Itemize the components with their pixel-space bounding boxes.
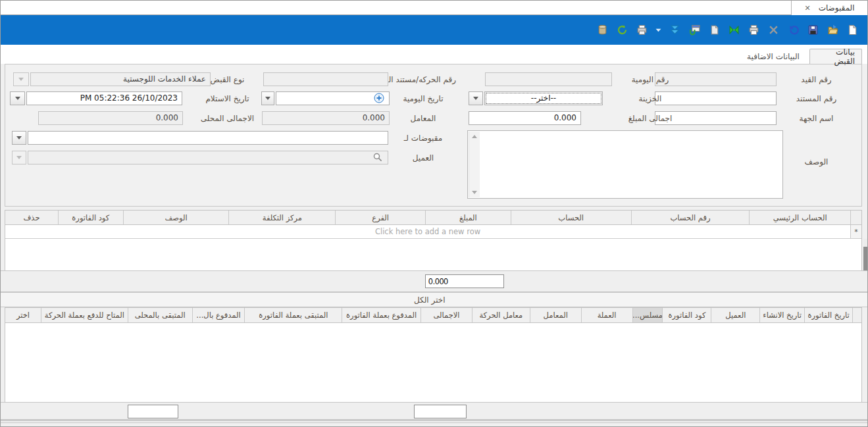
invoices-grid: تاريخ الفاتورة تاريخ الانشاء العميل كود …: [5, 307, 862, 402]
search-icon[interactable]: [372, 152, 383, 163]
col-select[interactable]: اختر: [5, 308, 41, 322]
journal-date-add-icon[interactable]: [374, 93, 384, 103]
merge-icon[interactable]: [728, 24, 740, 36]
invoices-grid-body: [5, 323, 861, 402]
col-invoice-code[interactable]: كود الفاتورة: [58, 211, 123, 224]
bottom-strip: [1, 402, 867, 420]
col-account-no[interactable]: رقم الحساب: [631, 211, 750, 224]
col-invoice-code[interactable]: كود الفاتورة: [662, 308, 711, 322]
journal-date-field[interactable]: [276, 91, 390, 105]
col-customer[interactable]: العميل: [711, 308, 759, 322]
invoices-grid-header: تاريخ الفاتورة تاريخ الانشاء العميل كود …: [5, 308, 861, 323]
col-factor[interactable]: المعامل: [530, 308, 581, 322]
local-total-field: 0.000: [38, 111, 183, 125]
receipts-for-field[interactable]: [28, 131, 388, 145]
tab-receipt-data[interactable]: بيانات القبض: [809, 49, 862, 64]
receive-date-field[interactable]: PM 05:22:36 26/10/2023: [26, 91, 182, 105]
col-paid-invoice-currency[interactable]: المدفوع بعملة الفاتورة: [342, 308, 421, 322]
treasury-combobox[interactable]: --اختر--: [484, 91, 603, 105]
customer-field: [28, 151, 388, 164]
total-amount-label: اجمالى المبلغ: [621, 113, 680, 124]
customer-label: العميل: [390, 153, 456, 163]
tab-additional-data[interactable]: البيانات الاضافية: [737, 49, 809, 64]
chevron-down-icon: [473, 97, 478, 100]
select-all-label: اختر الكل: [414, 295, 446, 305]
trans-no-label: رقم الحركه/مستند القيد: [390, 74, 456, 85]
add-new-row[interactable]: * Click here to add a new row: [5, 225, 861, 239]
factor-field: 0.000: [262, 111, 390, 125]
trans-no-field: [263, 72, 388, 86]
col-remaining-local[interactable]: المتبقى بالمحلى: [128, 308, 192, 322]
attachment-note-icon[interactable]: [708, 24, 721, 36]
local-total-label: الاجمالى المحلى: [193, 113, 262, 124]
entity-name-label: اسم الجهة: [775, 113, 857, 124]
journal-date-label: تاريخ اليومية: [390, 93, 456, 104]
entry-no-label: رقم القيد: [775, 74, 857, 85]
close-icon[interactable]: ✕: [804, 4, 810, 13]
middle-strip: [1, 270, 867, 292]
col-amount[interactable]: المبلغ: [425, 211, 511, 224]
receipts-for-dropdown-button[interactable]: [12, 131, 26, 145]
col-available-payment[interactable]: المتاح للدفع بعملة الحركة: [41, 308, 128, 322]
doc-no-label: رقم المستند: [775, 93, 857, 104]
print-icon[interactable]: [748, 24, 760, 36]
bottom-total-input-right[interactable]: [414, 405, 467, 418]
col-serial[interactable]: مسلس...: [632, 308, 663, 322]
description-label: الوصف: [775, 157, 857, 167]
refresh-icon[interactable]: [616, 24, 628, 36]
delete-x-icon[interactable]: [767, 24, 780, 36]
print-batch-icon[interactable]: [636, 24, 648, 36]
journal-no-label: رقم اليومية: [621, 74, 680, 85]
bottom-total-input-left[interactable]: [128, 405, 178, 418]
col-creation-date[interactable]: تاريخ الانشاء: [759, 308, 804, 322]
print-options-caret-icon[interactable]: [655, 24, 661, 36]
scroll-down-icon[interactable]: [472, 191, 477, 194]
chevron-down-icon: [18, 78, 24, 81]
description-textarea[interactable]: [467, 130, 783, 199]
treasury-dropdown-button[interactable]: [469, 91, 483, 105]
document-tabbar: المقبوضات ✕: [1, 1, 867, 15]
journal-date-dropdown-button[interactable]: [261, 91, 274, 105]
tab-receipt-data-label: بيانات القبض: [817, 47, 855, 66]
col-currency[interactable]: العملة: [581, 308, 632, 322]
document-tab-title: المقبوضات: [819, 3, 855, 13]
receive-date-label: تاريخ الاستلام: [193, 93, 262, 104]
chevron-down-icon: [16, 136, 22, 139]
col-account[interactable]: الحساب: [511, 211, 631, 224]
row-indicator-header: [850, 211, 861, 224]
mail-export-icon[interactable]: [688, 24, 701, 36]
select-all-bar[interactable]: اختر الكل: [1, 292, 867, 307]
main-toolbar: [1, 15, 867, 45]
tab-receipts-document[interactable]: المقبوضات ✕: [791, 1, 867, 15]
details-grid: الحساب الرئيسي رقم الحساب الحساب المبلغ …: [5, 210, 862, 270]
col-paid-local[interactable]: المدفوع بال...: [192, 308, 245, 322]
receipts-window: المقبوضات ✕: [0, 0, 868, 427]
col-delete[interactable]: حذف: [5, 211, 58, 224]
receipt-form-panel: رقم القيد رقم المستند اسم الجهة الوصف رق…: [5, 64, 862, 207]
receive-date-dropdown-button[interactable]: [10, 91, 25, 105]
col-remaining-invoice-currency[interactable]: المتبقى بعملة الفاتورة: [244, 308, 342, 322]
save-icon[interactable]: [807, 24, 819, 36]
chevron-down-icon: [16, 156, 22, 159]
bottom-divider: [1, 420, 867, 421]
new-document-icon[interactable]: [846, 24, 859, 36]
import-down-icon[interactable]: [669, 24, 681, 36]
undo-icon[interactable]: [787, 24, 800, 36]
database-icon[interactable]: [596, 24, 609, 36]
col-main-account[interactable]: الحساب الرئيسي: [749, 211, 850, 224]
col-invoice-date[interactable]: تاريخ الفاتورة: [804, 308, 852, 322]
receipt-type-combobox: عملاء الخدمات اللوجستية: [30, 72, 211, 86]
description-scrollbar[interactable]: [469, 132, 480, 197]
middle-amount-input[interactable]: [425, 274, 504, 288]
save-as-icon[interactable]: [827, 24, 839, 36]
form-tabstrip: بيانات القبض البيانات الاضافية: [1, 45, 867, 64]
col-total[interactable]: الاجمالى: [421, 308, 472, 322]
col-description[interactable]: الوصف: [123, 211, 229, 224]
journal-no-field: [485, 72, 612, 86]
col-cost-center[interactable]: مركز التكلفة: [228, 211, 335, 224]
scroll-up-icon[interactable]: [472, 135, 477, 138]
col-trans-factor[interactable]: معامل الحركة: [472, 308, 530, 322]
add-new-row-text: Click here to add a new row: [5, 225, 850, 238]
total-amount-field[interactable]: 0.000: [469, 111, 581, 125]
col-branch[interactable]: الفرع: [335, 211, 425, 224]
